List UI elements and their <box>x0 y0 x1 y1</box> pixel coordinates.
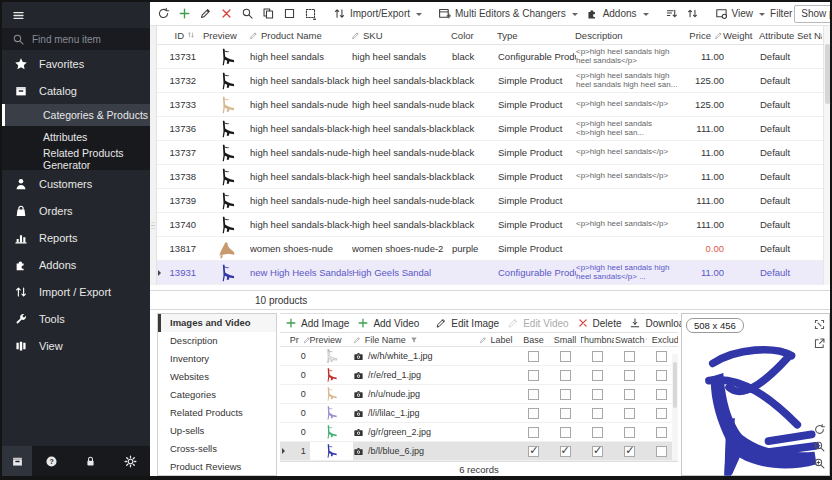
column-header-attribute-set-name[interactable]: Attribute Set Name <box>759 30 822 41</box>
checkbox-unchecked[interactable] <box>560 370 571 381</box>
search-products-button[interactable] <box>238 5 257 22</box>
hamburger-menu-icon[interactable] <box>12 9 25 22</box>
checkbox-unchecked[interactable] <box>592 408 603 419</box>
sort-updown-button[interactable] <box>683 5 702 22</box>
product-row[interactable]: 13733high heel sandals-nudehigh heel san… <box>150 93 830 117</box>
filter-select[interactable]: Show products from selected categories <box>794 5 832 23</box>
cell-base-checkbox[interactable] <box>518 351 549 362</box>
checkbox-unchecked[interactable] <box>528 351 539 362</box>
sidebar-item-related-products-generator[interactable]: Related Products Generator <box>2 148 150 170</box>
column-header-product-name[interactable]: Product Name <box>249 30 351 41</box>
cell-thumbnail-checkbox[interactable] <box>581 446 614 457</box>
images-column-header-exclude[interactable]: Exclude <box>646 335 678 345</box>
checkbox-unchecked[interactable] <box>624 370 635 381</box>
paste-button[interactable] <box>280 5 299 22</box>
sidebar-item-view[interactable]: View <box>2 332 150 359</box>
zoom-in-icon[interactable] <box>813 457 826 470</box>
checkbox-unchecked[interactable] <box>656 408 667 419</box>
cell-swatch-checkbox[interactable] <box>614 351 645 362</box>
checkbox-unchecked[interactable] <box>560 351 571 362</box>
multi-editors-dropdown[interactable]: Multi Editors & Changers <box>435 5 581 22</box>
checkbox-unchecked[interactable] <box>560 427 571 438</box>
cell-swatch-checkbox[interactable] <box>614 389 645 400</box>
checkbox-unchecked[interactable] <box>528 389 539 400</box>
product-row[interactable]: 13737high heel sandals-nude-36high heel … <box>150 141 830 165</box>
lock-icon[interactable] <box>84 455 97 468</box>
cell-small-checkbox[interactable] <box>549 389 580 400</box>
tab-categories[interactable]: Categories <box>158 386 276 404</box>
image-row[interactable]: 1/b/l/blue_6.jpg <box>280 442 678 461</box>
product-row[interactable]: 13732high heel sandals-blackhigh heel sa… <box>150 69 830 93</box>
rotate-icon[interactable] <box>813 423 826 436</box>
checkbox-checked[interactable] <box>528 446 539 457</box>
open-external-icon[interactable] <box>813 337 826 350</box>
tab-cross-sells[interactable]: Cross-sells <box>158 440 276 458</box>
images-column-header-label[interactable]: Label <box>479 335 518 345</box>
tab-description[interactable]: Description <box>158 332 276 350</box>
images-column-header-swatch[interactable]: Swatch <box>614 335 645 345</box>
splitter-handle-icon[interactable]: :::: <box>151 222 155 228</box>
product-row[interactable]: 13739high heel sandals-nude-37high heel … <box>150 189 830 213</box>
sidebar-item-reports[interactable]: Reports <box>2 224 150 251</box>
column-header-price[interactable]: Price <box>677 30 723 41</box>
sidebar-item-categories-products[interactable]: Categories & Products <box>2 104 150 126</box>
copy-button[interactable] <box>259 5 278 22</box>
images-column-header-file-name[interactable]: File Name <box>353 335 479 345</box>
zoom-out-icon[interactable] <box>813 440 826 453</box>
column-header-weight[interactable]: Weight <box>723 30 759 41</box>
left-splitter[interactable]: :::: <box>150 26 157 285</box>
sidebar-search[interactable]: Find menu item <box>2 28 150 50</box>
checkbox-checked[interactable] <box>624 446 635 457</box>
checkbox-unchecked[interactable] <box>656 351 667 362</box>
cell-swatch-checkbox[interactable] <box>614 408 645 419</box>
product-row[interactable]: 13817women shoes-nudewomen shoes-nude-2p… <box>150 237 830 261</box>
tab-related-products[interactable]: Related Products <box>158 404 276 422</box>
images-column-header-pr[interactable]: Pr <box>290 335 310 345</box>
products-scrollbar[interactable] <box>823 26 830 285</box>
column-header-type[interactable]: Type <box>497 30 575 41</box>
cell-small-checkbox[interactable] <box>549 446 580 457</box>
checkbox-unchecked[interactable] <box>624 427 635 438</box>
delete-product-button[interactable] <box>217 5 236 22</box>
image-row[interactable]: 0/l/i/lilac_1.jpg <box>280 404 678 423</box>
sidebar-item-favorites[interactable]: Favorites <box>2 50 150 77</box>
import-export-dropdown[interactable]: Import/Export <box>330 5 425 22</box>
cell-thumbnail-checkbox[interactable] <box>581 408 614 419</box>
product-row[interactable]: 13740high heel sandals-black-38high heel… <box>150 213 830 237</box>
tab-inventory[interactable]: Inventory <box>158 350 276 368</box>
checkbox-unchecked[interactable] <box>560 408 571 419</box>
images-column-header-small[interactable]: Small <box>549 335 580 345</box>
checkbox-unchecked[interactable] <box>592 427 603 438</box>
images-toolbar-add-image-button[interactable]: Add Image <box>282 315 352 331</box>
checkbox-unchecked[interactable] <box>656 427 667 438</box>
tab-images-and-video[interactable]: Images and Video <box>158 314 276 332</box>
checkbox-unchecked[interactable] <box>624 408 635 419</box>
product-row[interactable]: 13931new High Heels SandalsHigh Geels Sa… <box>150 261 830 285</box>
select-special-button[interactable] <box>301 5 320 22</box>
tab-up-sells[interactable]: Up-sells <box>158 422 276 440</box>
cell-base-checkbox[interactable] <box>518 427 549 438</box>
cell-small-checkbox[interactable] <box>549 408 580 419</box>
checkbox-unchecked[interactable] <box>528 427 539 438</box>
view-dropdown[interactable]: View <box>712 5 769 22</box>
cell-base-checkbox[interactable] <box>518 389 549 400</box>
checkbox-checked[interactable] <box>560 446 571 457</box>
sidebar-item-attributes[interactable]: Attributes <box>2 126 150 148</box>
cell-swatch-checkbox[interactable] <box>614 427 645 438</box>
sidebar-item-import-export[interactable]: Import / Export <box>2 278 150 305</box>
cell-thumbnail-checkbox[interactable] <box>581 427 614 438</box>
image-row[interactable]: 0/r/e/red_1.jpg <box>280 366 678 385</box>
sidebar-item-catalog[interactable]: Catalog <box>2 77 150 104</box>
checkbox-unchecked[interactable] <box>624 389 635 400</box>
images-toolbar-delete-button[interactable]: Delete <box>574 315 625 331</box>
column-header-id[interactable]: ID <box>165 30 203 41</box>
product-row[interactable]: 13731high heel sandalshigh heel sandalsb… <box>150 45 830 69</box>
cell-swatch-checkbox[interactable] <box>614 446 645 457</box>
images-toolbar-edit-image-button[interactable]: Edit Image <box>432 315 502 331</box>
sidebar-item-orders[interactable]: Orders <box>2 197 150 224</box>
cell-thumbnail-checkbox[interactable] <box>581 370 614 381</box>
column-header-preview[interactable]: Preview <box>203 30 249 41</box>
images-scrollbar[interactable] <box>672 354 678 460</box>
image-row[interactable]: 0/n/u/nude.jpg <box>280 385 678 404</box>
cell-small-checkbox[interactable] <box>549 351 580 362</box>
